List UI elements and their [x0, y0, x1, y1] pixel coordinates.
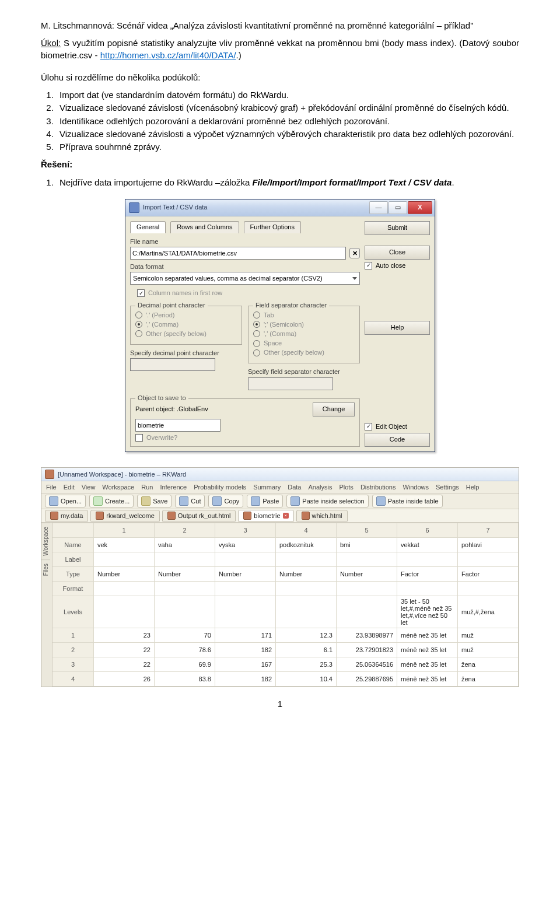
- data-cell[interactable]: 25.3: [276, 657, 337, 671]
- toolbar-button[interactable]: Paste: [247, 495, 283, 508]
- data-cell[interactable]: 6.1: [276, 642, 337, 657]
- data-cell[interactable]: 69.9: [155, 657, 215, 671]
- meta-cell[interactable]: [276, 552, 337, 566]
- data-cell[interactable]: 171: [215, 628, 276, 642]
- menu-item[interactable]: Summary: [253, 484, 281, 491]
- menu-item[interactable]: Plots: [339, 484, 353, 491]
- meta-cell[interactable]: vyska: [215, 537, 276, 552]
- clear-icon[interactable]: ✕: [349, 248, 360, 258]
- meta-cell[interactable]: [458, 581, 519, 596]
- menu-item[interactable]: Inference: [160, 484, 187, 491]
- object-name-input[interactable]: [135, 419, 220, 432]
- menu-item[interactable]: Windows: [402, 484, 429, 491]
- doc-tab[interactable]: my.data: [45, 510, 88, 522]
- tab-close-icon[interactable]: ×: [283, 513, 289, 519]
- close-panel-button[interactable]: Close: [365, 246, 430, 260]
- checkbox-icon[interactable]: ✓: [365, 423, 372, 430]
- toolbar-button[interactable]: Cut: [175, 495, 205, 508]
- meta-cell[interactable]: [155, 581, 215, 596]
- meta-cell[interactable]: vek: [94, 537, 155, 552]
- menu-item[interactable]: Run: [141, 484, 153, 491]
- doc-tab[interactable]: rkward_welcome: [90, 510, 160, 522]
- meta-cell[interactable]: Factor: [397, 566, 458, 581]
- doc-tab[interactable]: Output rk_out.html: [162, 510, 236, 522]
- meta-cell[interactable]: Number: [215, 566, 276, 581]
- meta-cell[interactable]: [215, 552, 276, 566]
- minimize-button[interactable]: —: [369, 201, 388, 214]
- meta-cell[interactable]: bmi: [337, 537, 397, 552]
- meta-cell[interactable]: [337, 552, 397, 566]
- data-cell[interactable]: 78.6: [155, 642, 215, 657]
- meta-cell[interactable]: [155, 552, 215, 566]
- menu-item[interactable]: Edit: [64, 484, 75, 491]
- help-button[interactable]: Help: [365, 321, 430, 335]
- meta-cell[interactable]: pohlavi: [458, 537, 519, 552]
- side-tab-files[interactable]: Files: [41, 559, 50, 579]
- meta-cell[interactable]: [215, 596, 276, 628]
- data-cell[interactable]: 83.8: [155, 671, 215, 686]
- data-cell[interactable]: 182: [215, 642, 276, 657]
- dataformat-select[interactable]: Semicolon separated values, comma as dec…: [130, 272, 360, 285]
- doc-tab[interactable]: biometrie×: [238, 510, 293, 522]
- data-cell[interactable]: 182: [215, 671, 276, 686]
- meta-cell[interactable]: Number: [337, 566, 397, 581]
- meta-cell[interactable]: [276, 596, 337, 628]
- data-cell[interactable]: muž: [458, 628, 519, 642]
- meta-cell[interactable]: [458, 552, 519, 566]
- toolbar-button[interactable]: Paste inside selection: [286, 495, 368, 508]
- meta-cell[interactable]: [94, 552, 155, 566]
- menu-item[interactable]: Distributions: [360, 484, 396, 491]
- meta-cell[interactable]: Number: [94, 566, 155, 581]
- data-cell[interactable]: 22: [94, 657, 155, 671]
- data-cell[interactable]: méně než 35 let: [397, 628, 458, 642]
- meta-cell[interactable]: [337, 596, 397, 628]
- toolbar-button[interactable]: Open...: [45, 495, 86, 508]
- code-button[interactable]: Code: [365, 433, 430, 447]
- data-cell[interactable]: 12.3: [276, 628, 337, 642]
- toolbar-button[interactable]: Save: [137, 495, 172, 508]
- toolbar-button[interactable]: Paste inside table: [372, 495, 443, 508]
- tab-further[interactable]: Further Options: [244, 221, 301, 233]
- meta-cell[interactable]: [94, 581, 155, 596]
- data-cell[interactable]: méně než 35 let: [397, 642, 458, 657]
- tab-general[interactable]: General: [130, 221, 166, 233]
- data-cell[interactable]: méně než 35 let: [397, 657, 458, 671]
- menu-item[interactable]: File: [46, 484, 57, 491]
- meta-cell[interactable]: Number: [276, 566, 337, 581]
- maximize-button[interactable]: ▭: [388, 201, 407, 214]
- toolbar-button[interactable]: Create...: [89, 495, 134, 508]
- meta-cell[interactable]: [94, 596, 155, 628]
- meta-cell[interactable]: vekkat: [397, 537, 458, 552]
- doc-tab[interactable]: which.html: [296, 510, 348, 522]
- submit-button[interactable]: Submit: [365, 221, 430, 235]
- tab-rowscols[interactable]: Rows and Columns: [170, 221, 239, 233]
- side-tab-workspace[interactable]: Workspace: [41, 523, 50, 559]
- data-cell[interactable]: 10.4: [276, 671, 337, 686]
- data-cell[interactable]: 167: [215, 657, 276, 671]
- data-cell[interactable]: 25.06364516: [337, 657, 397, 671]
- meta-cell[interactable]: [397, 552, 458, 566]
- task-link[interactable]: http://homen.vsb.cz/am/lit40/DATA/: [100, 50, 236, 60]
- meta-cell[interactable]: [397, 581, 458, 596]
- meta-cell[interactable]: podkoznituk: [276, 537, 337, 552]
- file-input[interactable]: [130, 247, 346, 260]
- meta-cell[interactable]: muž,#,žena: [458, 596, 519, 628]
- close-button[interactable]: X: [408, 201, 432, 214]
- meta-cell[interactable]: Factor: [458, 566, 519, 581]
- data-cell[interactable]: 23.72901823: [337, 642, 397, 657]
- menu-item[interactable]: Probability models: [194, 484, 246, 491]
- data-cell[interactable]: 23.93898977: [337, 628, 397, 642]
- meta-cell[interactable]: Number: [155, 566, 215, 581]
- data-cell[interactable]: 22: [94, 642, 155, 657]
- meta-cell[interactable]: [215, 581, 276, 596]
- data-cell[interactable]: méně než 35 let: [397, 671, 458, 686]
- menu-item[interactable]: Settings: [436, 484, 459, 491]
- meta-cell[interactable]: 35 let - 50 let,#,méně než 35 let,#,více…: [397, 596, 458, 628]
- menu-item[interactable]: Analysis: [308, 484, 332, 491]
- data-cell[interactable]: žena: [458, 657, 519, 671]
- meta-cell[interactable]: [276, 581, 337, 596]
- meta-cell[interactable]: [155, 596, 215, 628]
- menu-item[interactable]: Workspace: [102, 484, 134, 491]
- menu-item[interactable]: Help: [466, 484, 480, 491]
- data-cell[interactable]: 23: [94, 628, 155, 642]
